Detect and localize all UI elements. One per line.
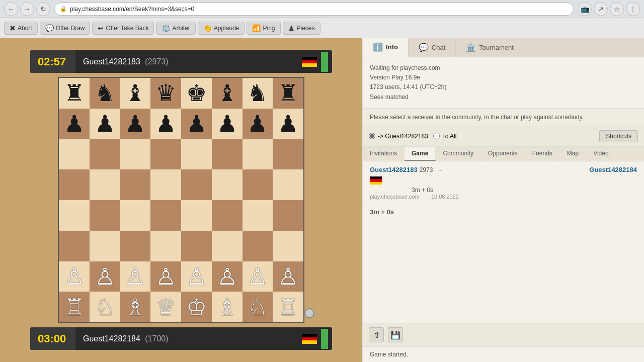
square-a2[interactable]: ♙ xyxy=(59,261,90,292)
square-b8[interactable]: ♞ xyxy=(90,78,120,109)
square-g4[interactable] xyxy=(243,200,273,231)
square-d8[interactable]: ♛ xyxy=(150,78,181,109)
square-f4[interactable] xyxy=(212,200,243,231)
square-a1[interactable]: ♖ xyxy=(59,292,90,322)
square-e4[interactable] xyxy=(181,200,212,231)
square-c8[interactable]: ♝ xyxy=(120,78,151,109)
pieces-button[interactable]: ♟ Pieces xyxy=(283,22,320,35)
square-d4[interactable] xyxy=(150,200,181,231)
tab-video[interactable]: Video xyxy=(586,147,616,161)
radio-group-2: To All xyxy=(433,133,457,140)
square-h2[interactable]: ♙ xyxy=(273,261,303,292)
square-f6[interactable] xyxy=(212,139,243,170)
offer-draw-button[interactable]: 💬 Offer Draw xyxy=(40,22,91,35)
ping-button[interactable]: 📶 Ping xyxy=(247,22,280,35)
square-c7[interactable]: ♟ xyxy=(120,109,151,139)
bookmark-button[interactable]: ☆ xyxy=(610,2,624,16)
square-g7[interactable]: ♟ xyxy=(243,109,273,139)
tab-info[interactable]: ℹ️ Info xyxy=(363,38,409,57)
back-button[interactable]: ← xyxy=(4,2,18,16)
square-h5[interactable] xyxy=(273,169,303,200)
tab-opponents[interactable]: Opponents xyxy=(481,147,525,161)
square-h7[interactable]: ♟ xyxy=(273,109,303,139)
square-f7[interactable]: ♟ xyxy=(212,109,243,139)
tab-invitations[interactable]: Invitations xyxy=(363,147,405,161)
square-g5[interactable] xyxy=(243,169,273,200)
address-bar[interactable]: 🔒 play.chessbase.com/en/Seek?mins=3&secs… xyxy=(54,3,574,16)
tab-map[interactable]: Map xyxy=(560,147,586,161)
square-c6[interactable] xyxy=(120,139,151,170)
square-f5[interactable] xyxy=(212,169,243,200)
abort-button[interactable]: ✖ Abort xyxy=(4,22,38,35)
cast-button[interactable]: 📺 xyxy=(578,2,592,16)
arbiter-button[interactable]: ⚖️ Arbiter xyxy=(156,22,195,35)
square-g1[interactable]: ♘ xyxy=(243,292,273,322)
refresh-button[interactable]: ↻ xyxy=(36,2,50,16)
tab-game[interactable]: Game xyxy=(405,147,436,161)
square-d1[interactable]: ♕ xyxy=(150,292,181,322)
radio-guest-input[interactable] xyxy=(369,133,375,139)
save-footer-button[interactable]: 💾 xyxy=(388,327,403,342)
tab-community[interactable]: Community xyxy=(436,147,481,161)
square-b5[interactable] xyxy=(90,169,120,200)
square-h1[interactable]: ♖ xyxy=(273,292,303,322)
square-f8[interactable]: ♝ xyxy=(212,78,243,109)
square-h3[interactable] xyxy=(273,231,303,261)
tab-friends[interactable]: Friends xyxy=(525,147,560,161)
square-a3[interactable] xyxy=(59,231,90,261)
square-f1[interactable]: ♗ xyxy=(212,292,243,322)
top-player-bar: 02:57 Guest14282183 (2973) xyxy=(30,50,332,73)
square-g6[interactable] xyxy=(243,139,273,170)
square-g3[interactable] xyxy=(243,231,273,261)
tab-chat[interactable]: 💬 Chat xyxy=(409,38,456,57)
tab-tournament[interactable]: 🏛️ Tournament xyxy=(456,38,524,57)
square-d3[interactable] xyxy=(150,231,181,261)
square-h6[interactable] xyxy=(273,139,303,170)
menu-button[interactable]: ⋮ xyxy=(626,2,640,16)
square-e6[interactable] xyxy=(181,139,212,170)
square-g8[interactable]: ♞ xyxy=(243,78,273,109)
player2-link[interactable]: Guest14282184 xyxy=(589,166,637,173)
square-e1[interactable]: ♔ xyxy=(181,292,212,322)
square-d6[interactable] xyxy=(150,139,181,170)
player1-link[interactable]: Guest14282183 xyxy=(370,166,418,173)
square-c2[interactable]: ♙ xyxy=(120,261,151,292)
offer-take-back-button[interactable]: ↩ Offer Take Back xyxy=(92,22,154,35)
square-d7[interactable]: ♟ xyxy=(150,109,181,139)
square-e7[interactable]: ♟ xyxy=(181,109,212,139)
square-f2[interactable]: ♙ xyxy=(212,261,243,292)
square-a6[interactable] xyxy=(59,139,90,170)
square-h8[interactable]: ♜ xyxy=(273,78,303,109)
share-footer-button[interactable]: ⇧ xyxy=(369,327,384,342)
square-e8[interactable]: ♚ xyxy=(181,78,212,109)
square-a5[interactable] xyxy=(59,169,90,200)
square-b6[interactable] xyxy=(90,139,120,170)
radio-all-input[interactable] xyxy=(433,133,440,139)
square-a7[interactable]: ♟ xyxy=(59,109,90,139)
square-d2[interactable]: ♙ xyxy=(150,261,181,292)
square-b7[interactable]: ♟ xyxy=(90,109,120,139)
square-g2[interactable]: ♙ xyxy=(243,261,273,292)
shortcuts-button[interactable]: Shortcuts xyxy=(599,130,638,142)
square-e2[interactable]: ♙ xyxy=(181,261,212,292)
square-d5[interactable] xyxy=(150,169,181,200)
square-a8[interactable]: ♜ xyxy=(59,78,90,109)
square-f3[interactable] xyxy=(212,231,243,261)
forward-button[interactable]: → xyxy=(20,2,34,16)
square-h4[interactable] xyxy=(273,200,303,231)
square-c1[interactable]: ♗ xyxy=(120,292,151,322)
square-c3[interactable] xyxy=(120,231,151,261)
square-e5[interactable] xyxy=(181,169,212,200)
square-e3[interactable] xyxy=(181,231,212,261)
square-b1[interactable]: ♘ xyxy=(90,292,120,322)
browser-chrome: ← → ↻ 🔒 play.chessbase.com/en/Seek?mins=… xyxy=(0,0,644,18)
share-button[interactable]: ↗ xyxy=(594,2,608,16)
square-b4[interactable] xyxy=(90,200,120,231)
square-b2[interactable]: ♙ xyxy=(90,261,120,292)
applaude-button[interactable]: 👏 Applaude xyxy=(198,22,245,35)
square-c5[interactable] xyxy=(120,169,151,200)
square-c4[interactable] xyxy=(120,200,151,231)
square-a4[interactable] xyxy=(59,200,90,231)
square-b3[interactable] xyxy=(90,231,120,261)
chess-board[interactable]: ♜♞♝♛♚♝♞♜♟♟♟♟♟♟♟♟♙♙♙♙♙♙♙♙♖♘♗♕♔♗♘♖ xyxy=(58,77,304,323)
